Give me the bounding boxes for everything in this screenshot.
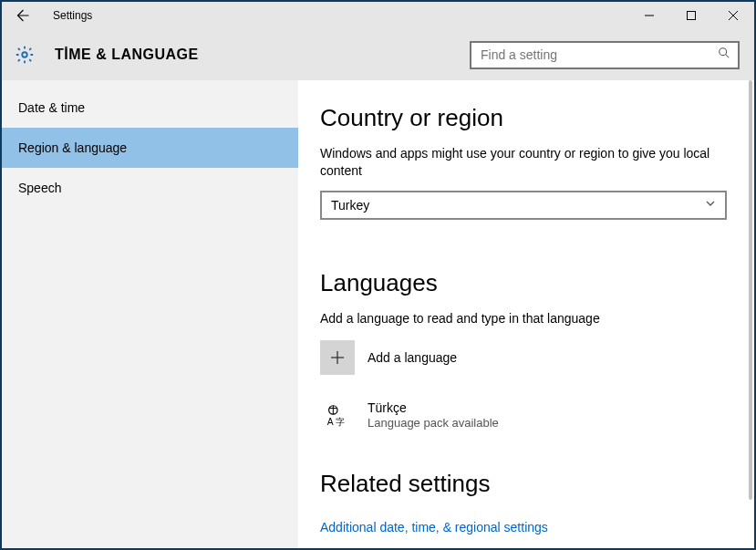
chevron-down-icon [705,198,716,212]
language-item[interactable]: A 字 Türkçe Language pack available [320,399,710,433]
scrollbar-thumb[interactable] [749,80,752,500]
svg-point-5 [720,48,727,56]
search-box[interactable] [470,41,740,69]
svg-rect-1 [688,12,696,20]
arrow-left-icon [14,7,30,24]
maximize-icon [686,10,697,21]
page-title: TİME & LANGUAGE [55,47,199,63]
heading-related: Related settings [320,470,710,498]
content: Country or region Windows and apps might… [298,80,754,548]
window-controls [628,2,754,29]
add-language-label: Add a language [368,350,457,365]
language-icon: A 字 [320,399,355,433]
sidebar: Date & time Region & language Speech [2,80,298,548]
body: Date & time Region & language Speech Cou… [2,80,754,548]
plus-icon [320,340,355,375]
svg-text:字: 字 [336,417,345,427]
language-name: Türkçe [368,400,499,416]
svg-line-6 [726,55,730,58]
back-button[interactable] [11,5,33,26]
header: TİME & LANGUAGE [2,29,754,80]
content-wrap: Country or region Windows and apps might… [298,80,754,548]
gear-icon [15,45,35,65]
svg-point-4 [22,52,27,57]
language-item-texts: Türkçe Language pack available [368,400,499,431]
search-input[interactable] [481,47,718,62]
add-language-button[interactable]: Add a language [320,340,710,375]
minimize-button[interactable] [628,2,670,29]
minimize-icon [644,10,655,21]
svg-text:A: A [327,417,334,427]
language-status: Language pack available [368,416,499,431]
sidebar-item-region-language[interactable]: Region & language [2,128,298,168]
sidebar-item-date-time[interactable]: Date & time [2,88,298,128]
scrollbar[interactable] [741,80,754,548]
sidebar-item-speech[interactable]: Speech [2,168,298,208]
titlebar: Settings [2,2,754,29]
close-icon [728,10,739,21]
languages-description: Add a language to read and type in that … [320,310,710,327]
country-dropdown-value: Turkey [331,198,369,213]
app-title: Settings [53,9,92,22]
country-dropdown[interactable]: Turkey [320,191,727,220]
search-icon [718,47,730,63]
heading-country: Country or region [320,104,710,132]
heading-languages: Languages [320,269,710,297]
maximize-button[interactable] [670,2,712,29]
link-additional-settings[interactable]: Additional date, time, & regional settin… [320,520,548,534]
close-button[interactable] [712,2,754,29]
country-description: Windows and apps might use your country … [320,145,710,180]
